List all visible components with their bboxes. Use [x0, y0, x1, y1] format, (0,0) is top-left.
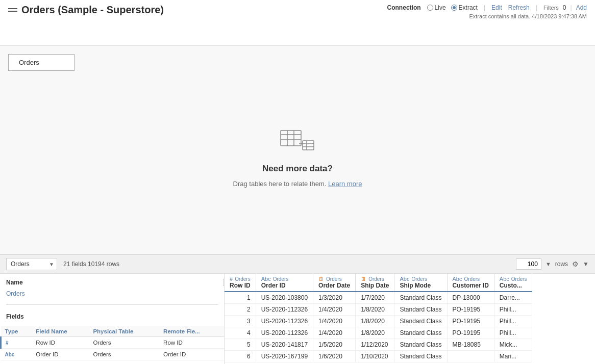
- table-row: 3 US-2020-112326 1/4/2020 1/8/2020 Stand…: [225, 316, 532, 327]
- table-row: Abc Order ID Orders Order ID: [1, 349, 225, 360]
- center-area: Need more data? Drag tables here to rela…: [8, 71, 587, 246]
- left-sidebar: ‹ Name Orders Fields Type Field Name Phy…: [0, 274, 225, 364]
- name-label: Name: [6, 279, 218, 286]
- col-ship-mode: AbcOrders Ship Mode: [394, 274, 447, 292]
- col-order-date: 🗓Orders Order Date: [313, 274, 356, 292]
- abc-type-icon: Abc: [261, 276, 271, 282]
- filters-label: Filters: [543, 5, 559, 11]
- refresh-link[interactable]: Refresh: [508, 4, 530, 11]
- drag-hint: Drag tables here to relate them. Learn m…: [233, 180, 362, 188]
- field-table: Orders: [89, 337, 159, 349]
- extract-radio-circle: [451, 5, 457, 11]
- field-name: Order Date: [32, 360, 89, 365]
- name-section: Name Orders: [0, 274, 224, 301]
- need-more-data: Need more data?: [262, 164, 333, 174]
- col-type-header: Type: [1, 326, 32, 337]
- field-table: Orders: [89, 360, 159, 365]
- col-customer-id: AbcOrders Customer ID: [447, 274, 494, 292]
- bottom-panel: Orders ▼ 21 fields 10194 rows ▼ rows ⚙ ▼…: [0, 255, 595, 364]
- col-customer: AbcOrders Custo...: [494, 274, 532, 292]
- fields-info: 21 fields 10194 rows: [63, 261, 119, 268]
- page-title: Orders (Sample - Superstore): [21, 4, 164, 16]
- fields-section: Fields: [0, 308, 224, 326]
- field-table: Orders: [89, 349, 159, 360]
- field-remote: Order ID: [159, 349, 224, 360]
- data-grid: #Orders Row ID AbcOrders Order ID 🗓Order…: [225, 274, 532, 362]
- table-row: 5 US-2020-141817 1/5/2020 1/12/2020 Stan…: [225, 339, 532, 351]
- field-remote: Row ID: [159, 337, 224, 349]
- table-select[interactable]: Orders: [6, 258, 57, 270]
- separator2: |: [536, 4, 537, 11]
- col-row-id: #Orders Row ID: [225, 274, 256, 292]
- menu-icon[interactable]: [8, 6, 17, 15]
- extract-label: Extract: [459, 4, 478, 11]
- toolbar-right: ▼ rows ⚙ ▼: [516, 258, 589, 270]
- divider1: [6, 304, 218, 305]
- abc-type-icon3: Abc: [453, 276, 462, 282]
- col-order-id: AbcOrders Order ID: [256, 274, 313, 292]
- svg-rect-5: [303, 141, 314, 150]
- radio-group: Live Extract: [427, 4, 478, 11]
- filters-count: 0: [563, 4, 566, 11]
- abc-type-icon2: Abc: [400, 276, 409, 282]
- table-select-wrap[interactable]: Orders ▼: [6, 258, 57, 270]
- orders-sidebar-item[interactable]: Orders: [6, 289, 218, 298]
- hash-type-icon: #: [230, 276, 233, 282]
- field-remote: Order Date: [159, 360, 224, 365]
- connection-label: Connection: [387, 4, 421, 11]
- col-table-header: Physical Table: [89, 326, 159, 337]
- add-link[interactable]: Add: [576, 4, 587, 11]
- rows-label: rows: [555, 261, 568, 268]
- settings-icon[interactable]: ⚙: [572, 260, 579, 268]
- collapse-icon[interactable]: ▼: [583, 261, 589, 268]
- extract-info: Extract contains all data. 4/18/2023 9:4…: [469, 13, 587, 19]
- cal-type-icon: 🗓: [318, 276, 324, 282]
- orders-box[interactable]: Orders: [8, 54, 75, 71]
- hash-icon: #: [6, 340, 9, 346]
- field-name: Row ID: [32, 337, 89, 349]
- data-panel: ‹ Name Orders Fields Type Field Name Phy…: [0, 274, 595, 364]
- learn-more-link[interactable]: Learn more: [328, 180, 362, 188]
- table-icon: [280, 129, 315, 158]
- field-name: Order ID: [32, 349, 89, 360]
- cal-type-icon2: 🗓: [361, 276, 366, 282]
- table-row: 2 US-2020-112326 1/4/2020 1/8/2020 Stand…: [225, 304, 532, 316]
- canvas-area: Orders Need more data? Drag tables here …: [0, 46, 595, 255]
- table-row: 🗓 Order Date Orders Order Date: [1, 360, 225, 365]
- arrow-icon: ▼: [546, 261, 551, 267]
- abc-type-icon4: Abc: [500, 276, 509, 282]
- fields-label: Fields: [6, 313, 218, 320]
- col-ship-date: 🗓Orders Ship Date: [356, 274, 394, 292]
- connection-row: Connection Live Extract | Edit Refresh |…: [387, 4, 587, 11]
- col-fieldname-header: Field Name: [32, 326, 89, 337]
- top-right: Connection Live Extract | Edit Refresh |…: [387, 4, 587, 19]
- col-remote-header: Remote Fie...: [159, 326, 224, 337]
- toolbar-row: Orders ▼ 21 fields 10194 rows ▼ rows ⚙ ▼: [0, 255, 595, 274]
- table-row: # Row ID Orders Row ID: [1, 337, 225, 349]
- rows-input[interactable]: [516, 258, 541, 270]
- separator1: |: [484, 4, 485, 11]
- top-left: Orders (Sample - Superstore): [8, 4, 164, 16]
- extract-radio[interactable]: Extract: [451, 4, 478, 11]
- top-bar: Orders (Sample - Superstore) Connection …: [0, 0, 595, 46]
- data-grid-wrap: #Orders Row ID AbcOrders Order ID 🗓Order…: [225, 274, 595, 364]
- abc-icon: Abc: [5, 352, 15, 357]
- table-row: 6 US-2020-167199 1/6/2020 1/10/2020 Stan…: [225, 351, 532, 362]
- table-row: 4 US-2020-112326 1/4/2020 1/8/2020 Stand…: [225, 327, 532, 339]
- fields-table: Type Field Name Physical Table Remote Fi…: [0, 326, 224, 364]
- filters-section: Filters 0 | Add: [543, 4, 587, 11]
- edit-link[interactable]: Edit: [491, 4, 502, 11]
- table-row: 1 US-2020-103800 1/3/2020 1/7/2020 Stand…: [225, 292, 532, 304]
- svg-rect-0: [281, 131, 301, 146]
- live-radio[interactable]: Live: [427, 4, 446, 11]
- live-label: Live: [435, 4, 446, 11]
- separator3: |: [571, 4, 572, 11]
- live-radio-circle: [427, 5, 433, 11]
